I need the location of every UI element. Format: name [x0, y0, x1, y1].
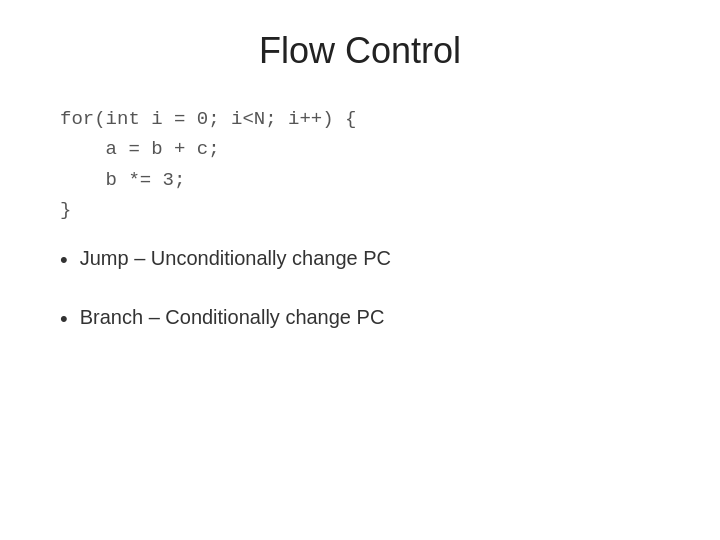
bullet-item-1: • Jump – Unconditionally change PC — [60, 244, 660, 276]
bullet-dot-2: • — [60, 304, 68, 335]
code-line-2: a = b + c; — [60, 134, 660, 164]
bullet-dot-1: • — [60, 245, 68, 276]
code-line-3: b *= 3; — [60, 165, 660, 195]
code-line-4: } — [60, 195, 660, 225]
bullet-text-1: Jump – Unconditionally change PC — [80, 244, 391, 272]
slide-title: Flow Control — [60, 30, 660, 72]
bullet-text-2: Branch – Conditionally change PC — [80, 303, 385, 331]
code-line-1: for(int i = 0; i<N; i++) { — [60, 104, 660, 134]
code-block: for(int i = 0; i<N; i++) { a = b + c; b … — [60, 104, 660, 226]
bullet-list: • Jump – Unconditionally change PC • Bra… — [60, 244, 660, 364]
bullet-item-2: • Branch – Conditionally change PC — [60, 303, 660, 335]
slide: Flow Control for(int i = 0; i<N; i++) { … — [0, 0, 720, 540]
